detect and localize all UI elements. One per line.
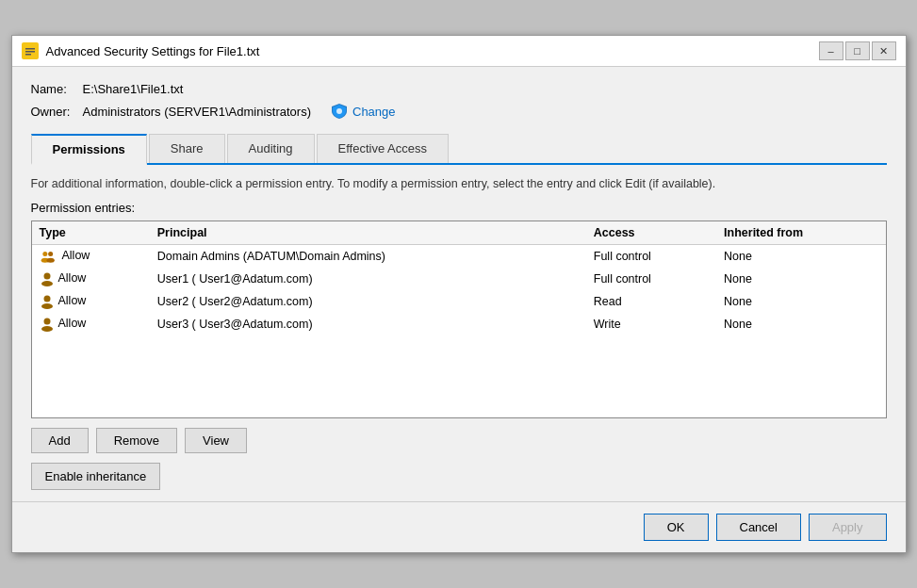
col-inherited-from: Inherited from	[716, 221, 885, 245]
row-principal: Domain Admins (ADATUM\Domain Admins)	[150, 244, 586, 268]
svg-point-5	[42, 252, 47, 256]
row-inherited-from: None	[716, 313, 885, 335]
permission-entries-label: Permission entries:	[31, 201, 887, 215]
tab-effective-access[interactable]: Effective Access	[317, 134, 449, 163]
col-access: Access	[586, 221, 716, 245]
col-type: Type	[32, 221, 150, 245]
svg-point-7	[48, 252, 53, 256]
name-value: E:\Share1\File1.txt	[83, 82, 184, 96]
svg-point-14	[41, 326, 53, 332]
row-inherited-from: None	[716, 268, 885, 290]
svg-rect-3	[25, 54, 31, 56]
description-text: For additional information, double-click…	[31, 176, 887, 193]
table-row[interactable]: AllowDomain Admins (ADATUM\Domain Admins…	[32, 244, 886, 268]
row-access: Read	[586, 290, 716, 313]
change-button[interactable]: Change	[330, 102, 396, 121]
window-controls: – □ ✕	[819, 41, 896, 60]
shield-icon	[330, 102, 349, 121]
apply-button[interactable]: Apply	[809, 514, 887, 541]
row-access: Full control	[586, 244, 716, 268]
tab-permissions[interactable]: Permissions	[31, 134, 147, 165]
tab-bar: Permissions Share Auditing Effective Acc…	[31, 134, 887, 165]
close-button[interactable]: ✕	[872, 41, 896, 60]
remove-button[interactable]: Remove	[96, 428, 177, 453]
name-label: Name:	[31, 82, 83, 96]
svg-point-11	[43, 295, 50, 302]
tab-auditing[interactable]: Auditing	[227, 134, 315, 163]
table-header-row: Type Principal Access Inherited from	[32, 221, 886, 245]
maximize-button[interactable]: □	[845, 41, 870, 60]
tab-share[interactable]: Share	[149, 134, 225, 163]
owner-row: Owner: Administrators (SERVER1\Administr…	[31, 102, 887, 121]
footer: OK Cancel Apply	[12, 501, 906, 552]
svg-point-4	[336, 108, 342, 114]
permission-table: Type Principal Access Inherited from All…	[32, 221, 886, 335]
add-button[interactable]: Add	[31, 428, 89, 453]
table-row[interactable]: AllowUser3 ( User3@Adatum.com)WriteNone	[32, 313, 886, 335]
row-principal: User2 ( User2@Adatum.com)	[150, 290, 586, 313]
table-row[interactable]: AllowUser2 ( User2@Adatum.com)ReadNone	[32, 290, 886, 313]
row-access: Write	[586, 313, 716, 335]
user-icon	[40, 294, 55, 309]
svg-point-10	[41, 281, 53, 286]
name-row: Name: E:\Share1\File1.txt	[31, 82, 887, 96]
row-access: Full control	[586, 268, 716, 290]
svg-point-12	[41, 303, 53, 309]
svg-rect-2	[25, 51, 35, 53]
row-type: Allow	[58, 294, 87, 307]
title-bar: Advanced Security Settings for File1.txt…	[12, 36, 906, 67]
owner-label: Owner:	[31, 105, 83, 119]
view-button[interactable]: View	[185, 428, 247, 453]
svg-rect-1	[25, 48, 35, 50]
group-users-icon	[40, 249, 58, 264]
owner-value: Administrators (SERVER1\Administrators)	[83, 105, 312, 119]
table-row[interactable]: AllowUser1 ( User1@Adatum.com)Full contr…	[32, 268, 886, 290]
enable-inheritance-button[interactable]: Enable inheritance	[31, 463, 161, 490]
row-inherited-from: None	[716, 290, 885, 313]
col-principal: Principal	[150, 221, 586, 245]
minimize-button[interactable]: –	[819, 41, 843, 60]
window-title: Advanced Security Settings for File1.txt	[46, 44, 811, 58]
cancel-button[interactable]: Cancel	[716, 514, 801, 541]
ok-button[interactable]: OK	[644, 514, 709, 541]
svg-point-9	[43, 272, 50, 279]
permission-table-container: Type Principal Access Inherited from All…	[31, 220, 887, 418]
svg-point-8	[46, 257, 54, 262]
change-label: Change	[352, 105, 396, 119]
row-principal: User3 ( User3@Adatum.com)	[150, 313, 586, 335]
row-inherited-from: None	[716, 244, 885, 268]
row-type: Allow	[62, 249, 90, 262]
content-area: Name: E:\Share1\File1.txt Owner: Adminis…	[12, 67, 906, 501]
row-principal: User1 ( User1@Adatum.com)	[150, 268, 586, 290]
main-window: Advanced Security Settings for File1.txt…	[11, 35, 907, 553]
window-icon	[22, 42, 39, 59]
action-buttons: Add Remove View	[31, 428, 887, 453]
user-icon	[40, 317, 55, 332]
row-type: Allow	[58, 271, 87, 285]
row-type: Allow	[58, 317, 87, 330]
svg-point-13	[43, 318, 50, 324]
user-icon	[40, 271, 55, 286]
